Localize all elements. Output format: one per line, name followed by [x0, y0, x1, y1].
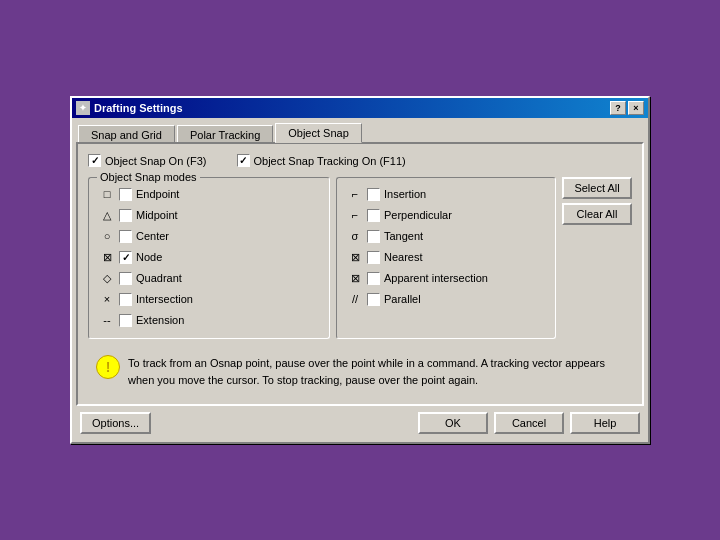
quadrant-label: Quadrant: [136, 272, 182, 284]
snap-modes-wrapper: Object Snap modes □Endpoint△Midpoint○Cen…: [88, 177, 632, 339]
title-bar: ✦ Drafting Settings ? ×: [72, 98, 648, 118]
center-label: Center: [136, 230, 169, 242]
drafting-settings-window: ✦ Drafting Settings ? × Snap and Grid Po…: [70, 96, 650, 444]
help-button[interactable]: Help: [570, 412, 640, 434]
midpoint-label: Midpoint: [136, 209, 178, 221]
tabs-bar: Snap and Grid Polar Tracking Object Snap: [72, 118, 648, 142]
insertion-checkbox[interactable]: [367, 188, 380, 201]
endpoint-icon: □: [99, 186, 115, 202]
info-text: To track from an Osnap point, pause over…: [128, 355, 624, 388]
node-checkbox[interactable]: [119, 251, 132, 264]
extension-checkbox[interactable]: [119, 314, 132, 327]
tangent-label: Tangent: [384, 230, 423, 242]
right-area: ⌐Insertion⌐PerpendicularσTangent⊠Nearest…: [336, 177, 556, 339]
bottom-bar: Options... OK Cancel Help: [72, 406, 648, 442]
mode-row-parallel: //Parallel: [347, 291, 545, 307]
snap-modes-group: Object Snap modes □Endpoint△Midpoint○Cen…: [88, 177, 330, 339]
mode-row-endpoint: □Endpoint: [99, 186, 319, 202]
mode-row-intersection: ×Intersection: [99, 291, 319, 307]
mode-row-insertion: ⌐Insertion: [347, 186, 545, 202]
quadrant-icon: ◇: [99, 270, 115, 286]
parallel-label: Parallel: [384, 293, 421, 305]
apparent_intersection-label: Apparent intersection: [384, 272, 488, 284]
insertion-label: Insertion: [384, 188, 426, 200]
object-snap-on-text: Object Snap On (F3): [105, 155, 207, 167]
endpoint-label: Endpoint: [136, 188, 179, 200]
mode-row-perpendicular: ⌐Perpendicular: [347, 207, 545, 223]
mode-row-extension: --Extension: [99, 312, 319, 328]
options-button[interactable]: Options...: [80, 412, 151, 434]
extension-icon: --: [99, 312, 115, 328]
mode-row-tangent: σTangent: [347, 228, 545, 244]
action-buttons-panel: Select All Clear All: [562, 177, 632, 339]
window-title: Drafting Settings: [94, 102, 183, 114]
object-snap-on-label: Object Snap On (F3): [88, 154, 207, 167]
intersection-icon: ×: [99, 291, 115, 307]
object-snap-tracking-checkbox[interactable]: [237, 154, 250, 167]
tab-object-snap[interactable]: Object Snap: [275, 123, 362, 143]
ok-button[interactable]: OK: [418, 412, 488, 434]
extension-label: Extension: [136, 314, 184, 326]
node-label: Node: [136, 251, 162, 263]
intersection-checkbox[interactable]: [119, 293, 132, 306]
node-icon: ⊠: [99, 249, 115, 265]
window-icon: ✦: [76, 101, 90, 115]
right-modes-group: ⌐Insertion⌐PerpendicularσTangent⊠Nearest…: [336, 177, 556, 339]
perpendicular-icon: ⌐: [347, 207, 363, 223]
left-modes: □Endpoint△Midpoint○Center⊠Node◇Quadrant×…: [99, 186, 319, 328]
close-button[interactable]: ×: [628, 101, 644, 115]
nearest-checkbox[interactable]: [367, 251, 380, 264]
cancel-button[interactable]: Cancel: [494, 412, 564, 434]
help-title-button[interactable]: ?: [610, 101, 626, 115]
bottom-right-buttons: OK Cancel Help: [418, 412, 640, 434]
parallel-icon: //: [347, 291, 363, 307]
nearest-icon: ⊠: [347, 249, 363, 265]
clear-all-button[interactable]: Clear All: [562, 203, 632, 225]
quadrant-checkbox[interactable]: [119, 272, 132, 285]
content-area: Object Snap On (F3) Object Snap Tracking…: [76, 142, 644, 406]
parallel-checkbox[interactable]: [367, 293, 380, 306]
select-all-button[interactable]: Select All: [562, 177, 632, 199]
group-box-label: Object Snap modes: [97, 171, 200, 183]
mode-row-midpoint: △Midpoint: [99, 207, 319, 223]
title-buttons: ? ×: [610, 101, 644, 115]
intersection-label: Intersection: [136, 293, 193, 305]
title-bar-left: ✦ Drafting Settings: [76, 101, 183, 115]
tangent-checkbox[interactable]: [367, 230, 380, 243]
perpendicular-label: Perpendicular: [384, 209, 452, 221]
endpoint-checkbox[interactable]: [119, 188, 132, 201]
mode-row-quadrant: ◇Quadrant: [99, 270, 319, 286]
mode-row-center: ○Center: [99, 228, 319, 244]
top-checkboxes: Object Snap On (F3) Object Snap Tracking…: [88, 154, 632, 167]
apparent_intersection-icon: ⊠: [347, 270, 363, 286]
tangent-icon: σ: [347, 228, 363, 244]
midpoint-checkbox[interactable]: [119, 209, 132, 222]
object-snap-tracking-label: Object Snap Tracking On (F11): [237, 154, 406, 167]
apparent_intersection-checkbox[interactable]: [367, 272, 380, 285]
info-section: ! To track from an Osnap point, pause ov…: [88, 349, 632, 394]
center-checkbox[interactable]: [119, 230, 132, 243]
nearest-label: Nearest: [384, 251, 423, 263]
perpendicular-checkbox[interactable]: [367, 209, 380, 222]
object-snap-tracking-text: Object Snap Tracking On (F11): [254, 155, 406, 167]
midpoint-icon: △: [99, 207, 115, 223]
insertion-icon: ⌐: [347, 186, 363, 202]
right-modes: ⌐Insertion⌐PerpendicularσTangent⊠Nearest…: [347, 186, 545, 307]
mode-row-nearest: ⊠Nearest: [347, 249, 545, 265]
mode-row-node: ⊠Node: [99, 249, 319, 265]
info-icon: !: [96, 355, 120, 379]
center-icon: ○: [99, 228, 115, 244]
object-snap-on-checkbox[interactable]: [88, 154, 101, 167]
mode-row-apparent_intersection: ⊠Apparent intersection: [347, 270, 545, 286]
